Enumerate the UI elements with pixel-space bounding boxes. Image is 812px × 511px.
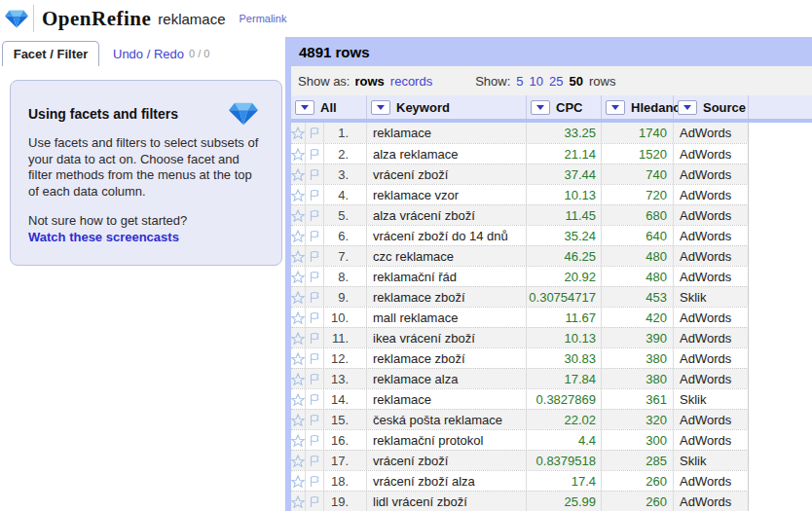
cell-hledanost[interactable]: 260	[602, 492, 674, 511]
star-toggle[interactable]	[291, 308, 306, 327]
cell-keyword[interactable]: reklamace	[367, 123, 527, 143]
cell-source[interactable]: AdWords	[674, 164, 749, 184]
cell-keyword[interactable]: czc reklamace	[367, 246, 527, 266]
cell-source[interactable]: AdWords	[674, 246, 749, 266]
flag-toggle[interactable]	[306, 471, 324, 491]
mode-records-link[interactable]: records	[390, 74, 432, 89]
cell-source[interactable]: Sklik	[674, 389, 749, 409]
cell-source[interactable]: AdWords	[674, 308, 749, 327]
cell-keyword[interactable]: reklamace zboží	[367, 348, 527, 368]
flag-toggle[interactable]	[306, 492, 324, 511]
star-toggle[interactable]	[291, 185, 306, 204]
cell-source[interactable]: AdWords	[674, 267, 749, 286]
cell-cpc[interactable]: 25.99	[527, 492, 602, 511]
star-toggle[interactable]	[291, 123, 306, 143]
keyword-column-menu-button[interactable]	[371, 100, 390, 115]
cell-keyword[interactable]: alza reklamace	[367, 144, 527, 164]
cell-source[interactable]: AdWords	[674, 410, 749, 429]
cell-keyword[interactable]: vrácení zboží	[367, 164, 527, 184]
cell-hledanost[interactable]: 420	[602, 308, 674, 327]
cell-keyword[interactable]: česká pošta reklamace	[367, 410, 527, 429]
cell-cpc[interactable]: 30.83	[527, 348, 602, 368]
cell-hledanost[interactable]: 453	[602, 287, 674, 307]
flag-toggle[interactable]	[306, 226, 324, 245]
cell-source[interactable]: Sklik	[674, 287, 749, 307]
cell-keyword[interactable]: vrácení zboží do 14 dnů	[367, 226, 527, 245]
cell-keyword[interactable]: reklamace zboží	[367, 287, 527, 307]
star-toggle[interactable]	[291, 246, 306, 266]
cell-hledanost[interactable]: 320	[602, 410, 674, 429]
cell-cpc[interactable]: 35.24	[527, 226, 602, 245]
cell-cpc[interactable]: 22.02	[527, 410, 602, 429]
cell-cpc[interactable]: 4.4	[527, 430, 602, 450]
flag-toggle[interactable]	[306, 410, 324, 429]
flag-toggle[interactable]	[306, 348, 324, 368]
cell-cpc[interactable]: 10.13	[527, 185, 602, 204]
cell-source[interactable]: AdWords	[674, 369, 749, 388]
cell-hledanost[interactable]: 640	[602, 226, 674, 245]
cell-source[interactable]: AdWords	[674, 205, 749, 225]
flag-toggle[interactable]	[306, 308, 324, 327]
cell-source[interactable]: AdWords	[674, 430, 749, 450]
cell-source[interactable]: AdWords	[674, 226, 749, 245]
star-toggle[interactable]	[291, 471, 306, 491]
page-size-5-link[interactable]: 5	[516, 74, 523, 89]
star-toggle[interactable]	[291, 410, 306, 429]
flag-toggle[interactable]	[306, 451, 324, 470]
cell-source[interactable]: AdWords	[674, 348, 749, 368]
cell-keyword[interactable]: mall reklamace	[367, 308, 527, 327]
cell-hledanost[interactable]: 680	[602, 205, 674, 225]
screencasts-link[interactable]: Watch these screencasts	[28, 230, 179, 246]
cell-source[interactable]: AdWords	[674, 185, 749, 204]
cell-cpc[interactable]: 33.25	[527, 123, 602, 143]
cell-keyword[interactable]: ikea vrácení zboží	[367, 328, 527, 347]
cell-keyword[interactable]: reklamační protokol	[367, 430, 527, 450]
cell-hledanost[interactable]: 380	[602, 348, 674, 368]
flag-toggle[interactable]	[306, 267, 324, 286]
cell-cpc[interactable]: 37.44	[527, 164, 602, 184]
star-toggle[interactable]	[291, 144, 306, 164]
cell-source[interactable]: AdWords	[674, 328, 749, 347]
cpc-column-menu-button[interactable]	[531, 100, 550, 115]
cell-hledanost[interactable]: 380	[602, 369, 674, 388]
permalink-link[interactable]: Permalink	[240, 13, 287, 24]
flag-toggle[interactable]	[306, 185, 324, 204]
flag-toggle[interactable]	[306, 205, 324, 225]
tab-undo-redo[interactable]: Undo / Redo 0 / 0	[113, 41, 209, 66]
cell-cpc[interactable]: 10.13	[527, 328, 602, 347]
cell-hledanost[interactable]: 300	[602, 430, 674, 450]
cell-hledanost[interactable]: 480	[602, 246, 674, 266]
cell-source[interactable]: AdWords	[674, 123, 749, 143]
cell-keyword[interactable]: alza vrácení zboží	[367, 205, 527, 225]
cell-cpc[interactable]: 17.84	[527, 369, 602, 388]
hledanost-column-menu-button[interactable]	[606, 100, 625, 115]
cell-cpc[interactable]: 0.3827869	[527, 389, 602, 409]
flag-toggle[interactable]	[306, 328, 324, 347]
cell-keyword[interactable]: reklamační řád	[367, 267, 527, 286]
cell-cpc[interactable]: 21.14	[527, 144, 602, 164]
cell-source[interactable]: Sklik	[674, 451, 749, 470]
cell-keyword[interactable]: reklamace vzor	[367, 185, 527, 204]
cell-source[interactable]: AdWords	[674, 471, 749, 491]
cell-hledanost[interactable]: 1740	[602, 123, 674, 143]
star-toggle[interactable]	[291, 226, 306, 245]
cell-hledanost[interactable]: 285	[602, 451, 674, 470]
cell-keyword[interactable]: reklamace	[367, 389, 527, 409]
cell-cpc[interactable]: 0.8379518	[527, 451, 602, 470]
flag-toggle[interactable]	[306, 369, 324, 388]
page-size-25-link[interactable]: 25	[549, 74, 563, 89]
star-toggle[interactable]	[291, 430, 306, 450]
cell-cpc[interactable]: 46.25	[527, 246, 602, 266]
cell-hledanost[interactable]: 720	[602, 185, 674, 204]
cell-hledanost[interactable]: 1520	[602, 144, 674, 164]
star-toggle[interactable]	[291, 164, 306, 184]
flag-toggle[interactable]	[306, 389, 324, 409]
star-toggle[interactable]	[291, 369, 306, 388]
cell-keyword[interactable]: lidl vrácení zboží	[367, 492, 527, 511]
cell-source[interactable]: AdWords	[674, 144, 749, 164]
cell-keyword[interactable]: reklamace alza	[367, 369, 527, 388]
star-toggle[interactable]	[291, 328, 306, 347]
star-toggle[interactable]	[291, 348, 306, 368]
flag-toggle[interactable]	[306, 144, 324, 164]
star-toggle[interactable]	[291, 267, 306, 286]
